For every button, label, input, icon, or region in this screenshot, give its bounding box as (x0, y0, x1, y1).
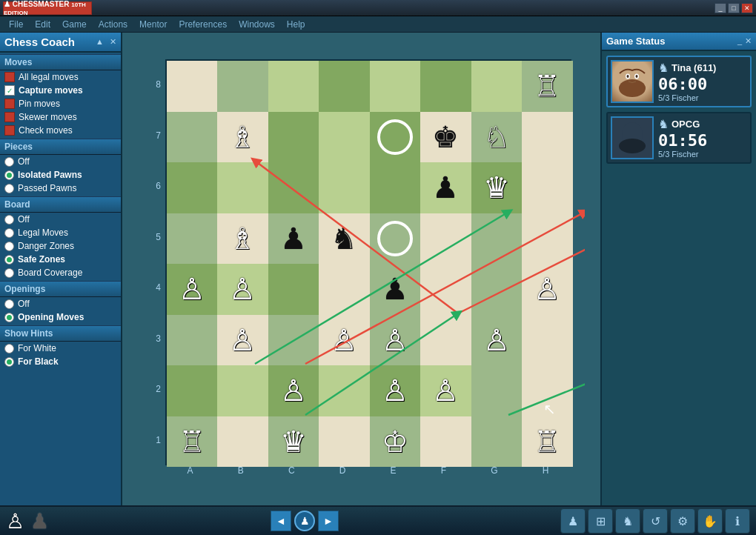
coach-triangle-button[interactable]: ▲ (96, 37, 104, 47)
isolated-pawns-option[interactable]: Isolated Pawns (0, 168, 121, 182)
square-b4[interactable]: ♙ (217, 264, 268, 315)
game-status-minimize[interactable]: _ (737, 36, 742, 46)
pin-moves-checkbox[interactable] (4, 99, 15, 109)
board-off-radio[interactable] (4, 215, 14, 225)
square-b6[interactable] (217, 162, 268, 213)
pawn-icon-btn[interactable]: ♟ (560, 508, 586, 534)
square-h4[interactable]: ♙ (522, 264, 573, 315)
square-a6[interactable] (167, 162, 218, 213)
menu-edit[interactable]: Edit (29, 18, 56, 31)
square-f1[interactable] (420, 416, 471, 468)
square-f7[interactable]: ♚ (420, 112, 471, 163)
minimize-button[interactable]: _ (714, 3, 726, 13)
square-c4[interactable] (268, 264, 319, 315)
square-a8[interactable] (167, 61, 218, 112)
square-d1[interactable] (319, 416, 370, 468)
skewer-moves-checkbox[interactable] (4, 112, 15, 122)
square-c6[interactable] (268, 162, 319, 213)
for-black-radio[interactable] (4, 357, 14, 367)
menu-mentor[interactable]: Mentor (133, 18, 173, 31)
board-icon-btn[interactable]: ⊞ (588, 508, 613, 534)
chess-board[interactable]: ♖ ♗ (165, 59, 571, 465)
square-e4[interactable]: ♟ (370, 264, 421, 315)
square-g3[interactable]: ♙ (471, 315, 523, 366)
openings-off-option[interactable]: Off (0, 297, 121, 310)
hand-icon-btn[interactable]: ✋ (697, 508, 723, 534)
skewer-moves-option[interactable]: Skewer moves (0, 110, 121, 124)
danger-zones-option[interactable]: Danger Zones (0, 239, 121, 253)
legal-moves-radio[interactable] (4, 228, 14, 238)
titlebar-controls[interactable]: _ □ ✕ (714, 3, 753, 13)
square-f6[interactable]: ♟ (420, 162, 471, 213)
square-e1[interactable]: ♔ (370, 416, 421, 468)
square-g6[interactable]: ♛ (471, 162, 523, 213)
menu-game[interactable]: Game (56, 18, 93, 31)
square-b1[interactable] (217, 416, 268, 468)
square-e2[interactable]: ♙ (370, 365, 421, 416)
pieces-off-option[interactable]: Off (0, 155, 121, 168)
square-h3[interactable] (522, 315, 573, 366)
square-d3[interactable]: ♙ (319, 315, 370, 366)
capture-moves-option[interactable]: ✓ Capture moves (0, 84, 121, 97)
square-h5[interactable] (522, 213, 573, 265)
square-d5[interactable]: ♞ (319, 213, 370, 265)
square-d2[interactable] (319, 365, 370, 416)
square-a2[interactable] (167, 365, 218, 416)
square-c5[interactable]: ♟ (268, 213, 319, 265)
game-status-close[interactable]: ✕ (745, 36, 752, 46)
square-c3[interactable] (268, 315, 319, 366)
all-legal-moves-option[interactable]: All legal moves (0, 70, 121, 84)
square-h6[interactable] (522, 162, 573, 213)
square-b3[interactable]: ♙ (217, 315, 268, 366)
square-b7[interactable]: ♗ (217, 112, 268, 163)
maximize-button[interactable]: □ (728, 3, 740, 13)
close-button[interactable]: ✕ (741, 3, 753, 13)
arrow-icon-btn[interactable]: ↺ (643, 508, 668, 534)
play-button[interactable]: ♟ (294, 511, 315, 531)
square-d6[interactable] (319, 162, 370, 213)
square-d4[interactable] (319, 264, 370, 315)
square-h7[interactable] (522, 112, 573, 163)
check-moves-checkbox[interactable] (4, 125, 15, 136)
square-b5[interactable]: ♗ (217, 213, 268, 265)
square-c2[interactable]: ♙ (268, 365, 319, 416)
square-g4[interactable] (471, 264, 523, 315)
square-h8[interactable]: ♖ (522, 61, 573, 112)
board-off-option[interactable]: Off (0, 213, 121, 226)
square-a4[interactable]: ♙ (167, 264, 218, 315)
info-icon-btn[interactable]: ℹ (725, 508, 750, 534)
board-coverage-radio[interactable] (4, 268, 14, 278)
square-g1[interactable] (471, 416, 523, 468)
passed-pawns-option[interactable]: Passed Pawns (0, 182, 121, 195)
safe-zones-option[interactable]: Safe Zones (0, 253, 121, 266)
prev-button[interactable]: ◄ (271, 511, 291, 531)
square-c8[interactable] (268, 61, 319, 112)
opening-moves-option[interactable]: Opening Moves (0, 310, 121, 324)
square-c7[interactable] (268, 112, 319, 163)
square-e3[interactable]: ♙ (370, 315, 421, 366)
menu-file[interactable]: File (3, 18, 29, 31)
square-a5[interactable] (167, 213, 218, 265)
isolated-pawns-radio[interactable] (4, 170, 14, 180)
openings-off-radio[interactable] (4, 299, 14, 309)
square-f5[interactable] (420, 213, 471, 265)
square-g8[interactable] (471, 61, 523, 112)
square-f8[interactable] (420, 61, 471, 112)
square-a1[interactable]: ♖ (167, 416, 218, 468)
square-f3[interactable] (420, 315, 471, 366)
safe-zones-radio[interactable] (4, 255, 14, 265)
square-a3[interactable] (167, 315, 218, 366)
pieces-off-radio[interactable] (4, 157, 14, 167)
pin-moves-option[interactable]: Pin moves (0, 97, 121, 110)
for-white-option[interactable]: For White (0, 342, 121, 355)
for-white-radio[interactable] (4, 344, 14, 353)
square-f2[interactable]: ♙ (420, 365, 471, 416)
danger-zones-radio[interactable] (4, 242, 14, 251)
gear-icon-btn[interactable]: ⚙ (670, 508, 695, 534)
menu-help[interactable]: Help (281, 18, 311, 31)
square-e8[interactable] (370, 61, 421, 112)
square-f4[interactable] (420, 264, 471, 315)
next-button[interactable]: ► (318, 511, 339, 531)
square-g5[interactable] (471, 213, 523, 265)
square-e6[interactable] (370, 162, 421, 213)
